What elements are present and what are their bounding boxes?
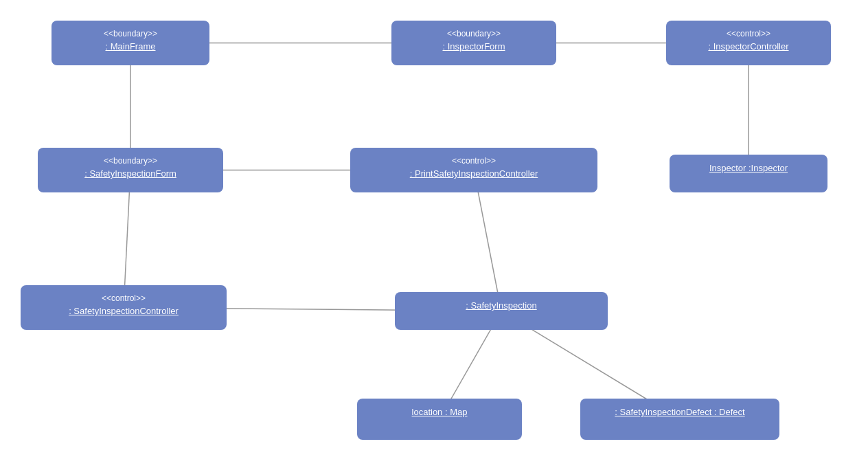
name-mainframe: : MainFrame bbox=[62, 40, 198, 54]
diagram-container: <<boundary>>: MainFrame<<boundary>>: Ins… bbox=[0, 0, 868, 468]
stereotype-mainframe: <<boundary>> bbox=[62, 27, 198, 40]
node-inspectorcontroller[interactable]: <<control>>: InspectorController bbox=[666, 21, 831, 65]
name-inspector: Inspector :Inspector bbox=[681, 161, 816, 175]
node-safetyinspection[interactable]: : SafetyInspection bbox=[395, 292, 608, 330]
node-printsafetyinspectioncontroller[interactable]: <<control>>: PrintSafetyInspectionContro… bbox=[350, 148, 597, 192]
name-safetyinspectiondefect: : SafetyInspectionDefect : Defect bbox=[591, 405, 768, 419]
node-safetyinspectionform[interactable]: <<boundary>>: SafetyInspectionForm bbox=[38, 148, 223, 192]
connectors-svg bbox=[0, 0, 868, 468]
node-mainframe[interactable]: <<boundary>>: MainFrame bbox=[52, 21, 209, 65]
node-safetyinspectiondefect[interactable]: : SafetyInspectionDefect : Defect bbox=[580, 399, 779, 440]
name-safetyinspectioncontroller: : SafetyInspectionController bbox=[32, 304, 216, 318]
stereotype-printsafetyinspectioncontroller: <<control>> bbox=[361, 155, 586, 167]
node-inspector[interactable]: Inspector :Inspector bbox=[670, 155, 827, 192]
name-safetyinspection: : SafetyInspection bbox=[406, 299, 597, 313]
node-inspectorform[interactable]: <<boundary>>: InspectorForm bbox=[391, 21, 556, 65]
name-locationmap: location : Map bbox=[368, 405, 511, 419]
stereotype-inspectorform: <<boundary>> bbox=[402, 27, 545, 40]
name-inspectorform: : InspectorForm bbox=[402, 40, 545, 54]
stereotype-inspectorcontroller: <<control>> bbox=[677, 27, 820, 40]
name-safetyinspectionform: : SafetyInspectionForm bbox=[49, 167, 212, 181]
stereotype-safetyinspectioncontroller: <<control>> bbox=[32, 292, 216, 304]
stereotype-safetyinspectionform: <<boundary>> bbox=[49, 155, 212, 167]
name-printsafetyinspectioncontroller: : PrintSafetyInspectionController bbox=[361, 167, 586, 181]
node-locationmap[interactable]: location : Map bbox=[357, 399, 522, 440]
name-inspectorcontroller: : InspectorController bbox=[677, 40, 820, 54]
node-safetyinspectioncontroller[interactable]: <<control>>: SafetyInspectionController bbox=[21, 285, 227, 330]
